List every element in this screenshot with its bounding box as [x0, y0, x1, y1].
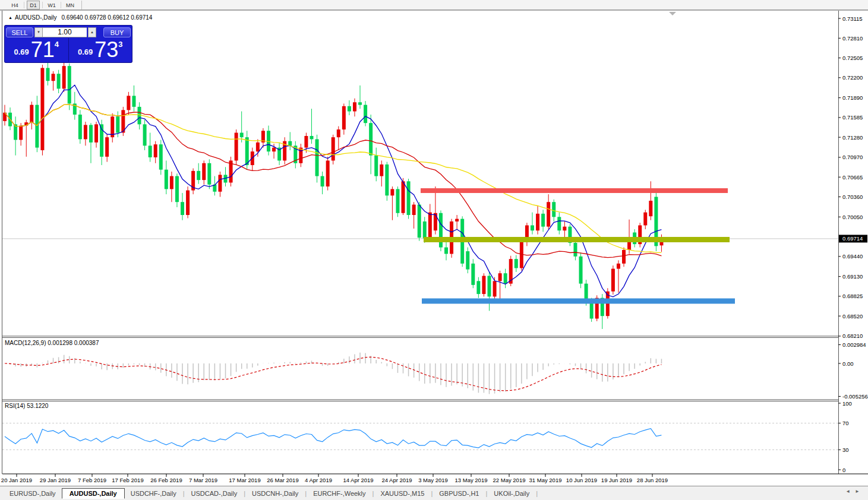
candle-body: [326, 160, 330, 186]
chart-shift-marker-icon: [669, 12, 676, 15]
macd-tick-label: -0.005256: [842, 393, 868, 400]
date-label: 17 Mar 2019: [229, 477, 260, 483]
candle-body: [353, 102, 356, 111]
price-tick-label: 0.70970: [842, 154, 863, 160]
candle-body: [402, 181, 405, 213]
candlestick-chart[interactable]: 0.731150.728100.725050.722000.718900.715…: [0, 0, 868, 500]
date-label: 28 Jun 2019: [637, 477, 668, 483]
candle-body: [348, 106, 351, 112]
candle-body: [617, 264, 620, 269]
tab-separator: |: [486, 490, 488, 497]
price-tick-label: 0.70050: [842, 214, 863, 220]
candle-body: [78, 115, 82, 139]
candle-body: [62, 66, 66, 88]
candle-body: [536, 214, 539, 230]
tab-separator: |: [373, 490, 374, 497]
ask-price-prefix: 0.69: [78, 48, 93, 56]
bid-price-prefix: 0.69: [14, 48, 29, 56]
date-label: 26 Feb 2019: [150, 477, 182, 483]
volume-increase-button[interactable]: ▲: [88, 27, 96, 37]
candle-body: [342, 106, 346, 129]
candle-body: [531, 225, 534, 230]
date-label: 13 May 2019: [455, 477, 488, 483]
tab-gbpusd-h1[interactable]: GBPUSD-,H1: [433, 489, 485, 498]
tab-separator: |: [536, 490, 538, 497]
candle-body: [493, 281, 497, 296]
bid-price-pip: 4: [55, 40, 59, 49]
candle-body: [482, 276, 485, 295]
date-label: 7 Mar 2019: [189, 477, 217, 483]
candle-body: [487, 276, 491, 297]
tab-scroll-left-icon[interactable]: ◄: [845, 489, 855, 494]
candle-body: [611, 269, 615, 292]
resistance-line: [421, 188, 728, 193]
ask-price-pip: 3: [118, 40, 122, 49]
candle-body: [202, 163, 206, 180]
candle-body: [30, 105, 33, 122]
macd-tick-label: 0.00: [842, 360, 854, 367]
tab-scroll-arrows[interactable]: ◄►: [845, 489, 864, 494]
candle-body: [622, 250, 626, 264]
candle-body: [138, 107, 141, 124]
price-tick-label: 0.70360: [842, 194, 863, 200]
candle-body: [154, 144, 157, 157]
price-tick-label: 0.71585: [842, 114, 863, 121]
tab-usdcnh-daily[interactable]: USDCNH-,Daily: [246, 489, 304, 498]
candle-body: [116, 116, 119, 132]
current-price-tag-label: 0.69714: [842, 235, 863, 242]
candle-body: [89, 125, 93, 142]
ohlc-values: 0.69640 0.69728 0.69612 0.69714: [62, 14, 153, 21]
candle-body: [385, 164, 389, 195]
tab-scroll-right-icon[interactable]: ►: [855, 489, 864, 494]
tab-separator: |: [244, 490, 245, 497]
chart-title: ▲AUDUSD-,Daily0.69640 0.69728 0.69612 0.…: [8, 14, 152, 21]
candle-body: [321, 176, 324, 186]
tab-eurusd-daily[interactable]: EURUSD-,Daily: [4, 489, 62, 498]
candle-body: [94, 124, 98, 143]
date-label: 20 Jan 2019: [1, 477, 32, 483]
tab-ukoil-daily[interactable]: UKOil-,Daily: [488, 489, 535, 498]
tab-eurchf-weekly[interactable]: EURCHF-,Weekly: [307, 489, 371, 498]
price-tick-label: 0.72200: [842, 74, 863, 81]
sell-button[interactable]: SELL: [6, 27, 33, 37]
price-tick-label: 0.70665: [842, 174, 863, 181]
candle-body: [573, 243, 577, 257]
candle-body: [304, 136, 308, 148]
tab-usdcad-daily[interactable]: USDCAD-,Daily: [185, 489, 244, 498]
candle-body: [547, 202, 550, 226]
price-tick-label: 0.71280: [842, 134, 863, 141]
macd-histogram-group: [5, 353, 661, 394]
price-tick-label: 0.73115: [842, 15, 863, 22]
date-label: 7 Feb 2019: [78, 477, 106, 483]
candle-body: [165, 170, 168, 189]
candle-body: [590, 302, 594, 318]
candle-body: [170, 176, 173, 189]
rsi-tick-label: 0: [842, 467, 845, 473]
tab-usdchf-daily[interactable]: USDCHF-,Daily: [125, 489, 182, 498]
tab-xauusd-m15[interactable]: XAUUSD-,M15: [374, 489, 430, 498]
candle-body: [256, 143, 260, 151]
candle-body: [515, 259, 518, 268]
collapse-triangle-icon[interactable]: ▲: [8, 15, 12, 20]
rsi-label: RSI(14) 53.1220: [5, 403, 48, 409]
price-tick-label: 0.68825: [842, 293, 863, 299]
candle-body: [127, 96, 130, 110]
candle-body: [649, 201, 652, 216]
volume-decrease-button[interactable]: ▼: [34, 27, 43, 37]
rsi-tick-label: 70: [842, 420, 849, 426]
candle-body: [332, 137, 335, 160]
ask-price[interactable]: 0.69 73 3: [69, 38, 132, 62]
ask-price-big: 73: [94, 41, 118, 59]
date-label: 22 May 2019: [493, 477, 526, 483]
support-line: [422, 298, 735, 303]
candle-body: [390, 189, 394, 195]
tab-audusd-daily[interactable]: AUDUSD-,Daily: [62, 488, 125, 499]
date-label: 4 Apr 2019: [305, 477, 332, 483]
buy-button[interactable]: BUY: [103, 27, 131, 37]
candle-body: [418, 205, 421, 238]
bid-price[interactable]: 0.69 71 4: [5, 38, 69, 62]
macd-tick-label: 0.002984: [842, 341, 866, 348]
volume-input[interactable]: [43, 27, 87, 37]
candle-body: [428, 213, 432, 239]
candle-body: [455, 219, 459, 221]
